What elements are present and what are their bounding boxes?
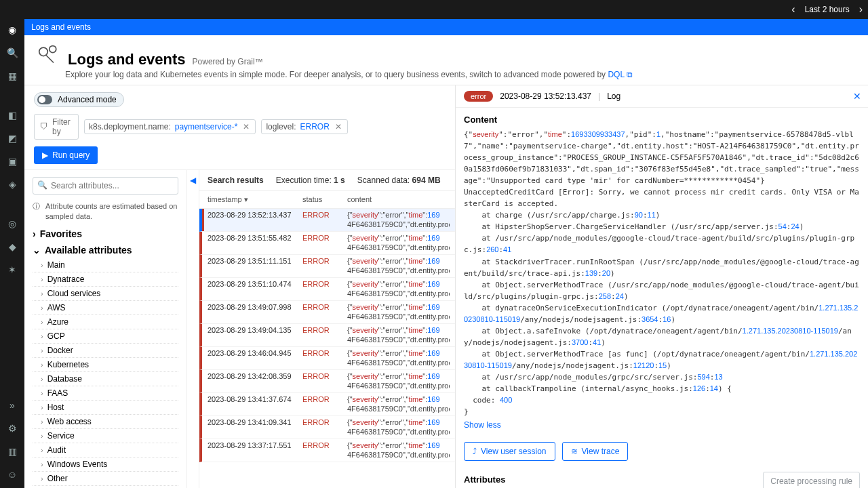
row-status: ERROR: [302, 418, 347, 426]
toggle-knob-icon: [37, 95, 52, 104]
svg-point-0: [39, 47, 48, 56]
create-processing-rule-button[interactable]: Create processing rule: [763, 472, 860, 488]
timeframe-next-icon[interactable]: ›: [859, 3, 863, 16]
exec-time-label: Execution time:: [276, 176, 332, 185]
col-content[interactable]: content: [347, 195, 447, 204]
advanced-mode-toggle[interactable]: Advanced mode: [34, 92, 124, 107]
view-user-session-button[interactable]: ⤴ View user session: [464, 442, 555, 461]
attribute-group-item[interactable]: Kubernetes: [33, 358, 178, 372]
log-row[interactable]: 2023-08-29 13:49:04.135ERROR{"severity":…: [199, 324, 455, 347]
nav-pin-3-icon[interactable]: ▣: [5, 155, 19, 168]
nav-settings-icon[interactable]: ⚙: [5, 422, 19, 435]
filter-pill-loglevel[interactable]: loglevel: ERROR ✕: [261, 119, 347, 134]
favorites-section-header[interactable]: › Favorites: [33, 228, 178, 239]
attributes-section-title: Attributes: [464, 474, 505, 485]
timeframe-selector[interactable]: Last 2 hours: [801, 3, 854, 16]
nav-pin-2-icon[interactable]: ◩: [5, 131, 19, 145]
remove-pill-icon[interactable]: ✕: [241, 122, 251, 131]
filter-by-label: Filter by: [52, 117, 73, 136]
chevron-right-icon: ›: [33, 228, 36, 239]
log-row[interactable]: 2023-08-29 13:51:55.482ERROR{"severity":…: [199, 232, 455, 255]
nav-pin-1-icon[interactable]: ◧: [5, 108, 19, 122]
filter-pill-deployment[interactable]: k8s.deployment.name: paymentservice-* ✕: [84, 119, 256, 134]
log-row[interactable]: 2023-08-29 13:51:10.474ERROR{"severity":…: [199, 278, 455, 301]
run-query-button[interactable]: ▶ Run query: [34, 146, 98, 164]
attribute-group-item[interactable]: GCP: [33, 329, 178, 344]
attribute-group-item[interactable]: Other: [33, 472, 178, 486]
attributes-search-input[interactable]: [33, 177, 178, 195]
log-row[interactable]: 2023-08-29 13:37:17.551ERROR{"severity":…: [199, 439, 455, 462]
attribute-group-item[interactable]: Dynatrace: [33, 272, 178, 287]
row-timestamp: 2023-08-29 13:46:04.945: [208, 349, 302, 357]
timeframe-prev-icon[interactable]: ‹: [791, 3, 795, 16]
attribute-group-item[interactable]: Host: [33, 401, 178, 415]
attribute-group-item[interactable]: Docker: [33, 344, 178, 358]
close-details-icon[interactable]: ✕: [853, 91, 861, 102]
filter-by-input[interactable]: ⛉ Filter by: [34, 114, 79, 140]
advanced-mode-label: Advanced mode: [58, 95, 117, 104]
log-row[interactable]: 2023-08-29 13:46:04.945ERROR{"severity":…: [199, 347, 455, 370]
run-query-label: Run query: [52, 150, 90, 160]
row-content: {"severity":"error","time":169 4F6463817…: [347, 372, 450, 393]
dql-link[interactable]: DQL ⧉: [608, 70, 633, 79]
row-timestamp: 2023-08-29 13:49:04.135: [208, 326, 302, 334]
row-status: ERROR: [302, 234, 347, 242]
attribute-group-item[interactable]: Main: [33, 258, 178, 272]
log-row[interactable]: 2023-08-29 13:51:11.151ERROR{"severity":…: [199, 255, 455, 278]
available-section-header[interactable]: ⌄ Available attributes: [33, 245, 178, 256]
row-timestamp: 2023-08-29 13:51:11.151: [208, 257, 302, 265]
filter-pill-value: ERROR: [300, 122, 329, 131]
attribute-group-item[interactable]: Web access: [33, 415, 178, 429]
detail-timestamp: 2023-08-29 13:52:13.437: [500, 92, 591, 101]
nav-pin-6-icon[interactable]: ◆: [5, 240, 19, 253]
available-title: Available attributes: [45, 245, 132, 256]
nav-expand-icon[interactable]: »: [5, 399, 19, 412]
collapse-panel-button[interactable]: ◀: [187, 170, 199, 488]
trace-icon: ≋: [571, 447, 578, 456]
show-less-link[interactable]: Show less: [464, 420, 501, 430]
play-icon: ▶: [42, 150, 48, 160]
nav-dashboard-icon[interactable]: ▥: [5, 445, 19, 458]
col-status[interactable]: status: [302, 195, 347, 204]
attribute-group-item[interactable]: AWS: [33, 301, 178, 315]
row-content: {"severity":"error","time":169 4F6463817…: [347, 280, 450, 301]
attribute-group-item[interactable]: Cloud services: [33, 287, 178, 301]
log-json-content: {"severity":"error","time":1693309933437…: [464, 129, 860, 186]
nav-home-icon[interactable]: ◉: [5, 23, 19, 37]
nav-pin-7-icon[interactable]: ✶: [5, 263, 19, 277]
row-content: {"severity":"error","time":169 4F6463817…: [347, 326, 450, 347]
log-row[interactable]: 2023-08-29 13:41:37.674ERROR{"severity":…: [199, 393, 455, 416]
attribute-group-item[interactable]: FAAS: [33, 386, 178, 401]
exec-time-value: 1 s: [334, 176, 345, 185]
nav-pin-4-icon[interactable]: ◈: [5, 178, 19, 191]
row-status: ERROR: [302, 395, 347, 403]
row-status: ERROR: [302, 372, 347, 380]
attribute-group-item[interactable]: Database: [33, 372, 178, 386]
results-table-header: timestamp ▾ status content: [199, 191, 455, 209]
log-row[interactable]: 2023-08-29 13:41:09.341ERROR{"severity":…: [199, 416, 455, 439]
log-row[interactable]: 2023-08-29 13:42:08.359ERROR{"severity":…: [199, 370, 455, 393]
remove-pill-icon[interactable]: ✕: [334, 122, 343, 131]
filter-bar: Advanced mode ⛉ Filter by k8s.deployment…: [24, 85, 455, 170]
view-session-label: View user session: [481, 447, 547, 456]
nav-apps-icon[interactable]: ▦: [5, 69, 19, 83]
row-timestamp: 2023-08-29 13:51:10.474: [208, 280, 302, 288]
nav-user-icon[interactable]: ☺: [5, 468, 19, 481]
log-row[interactable]: 2023-08-29 13:49:07.998ERROR{"severity":…: [199, 301, 455, 324]
nav-pin-5-icon[interactable]: ◎: [5, 217, 19, 230]
row-content: {"severity":"error","time":169 4F6463817…: [347, 234, 450, 255]
row-timestamp: 2023-08-29 13:37:17.551: [208, 441, 302, 449]
logs-icon: [37, 43, 58, 65]
attribute-group-item[interactable]: Windows Events: [33, 458, 178, 472]
log-row[interactable]: 2023-08-29 13:52:13.437ERROR{"severity":…: [199, 209, 455, 232]
breadcrumb-item[interactable]: Logs and events: [31, 22, 91, 32]
attribute-group-item[interactable]: Service: [33, 429, 178, 443]
attribute-group-item[interactable]: Audit: [33, 443, 178, 458]
attribute-group-item[interactable]: Azure: [33, 315, 178, 329]
scan-label: Scanned data:: [357, 176, 410, 185]
nav-search-icon[interactable]: 🔍: [5, 46, 19, 60]
row-timestamp: 2023-08-29 13:41:09.341: [208, 418, 302, 426]
view-trace-button[interactable]: ≋ View trace: [562, 442, 629, 461]
page-header: Logs and events Powered by Grail™ Explor…: [24, 35, 868, 85]
col-timestamp[interactable]: timestamp ▾: [208, 195, 302, 204]
